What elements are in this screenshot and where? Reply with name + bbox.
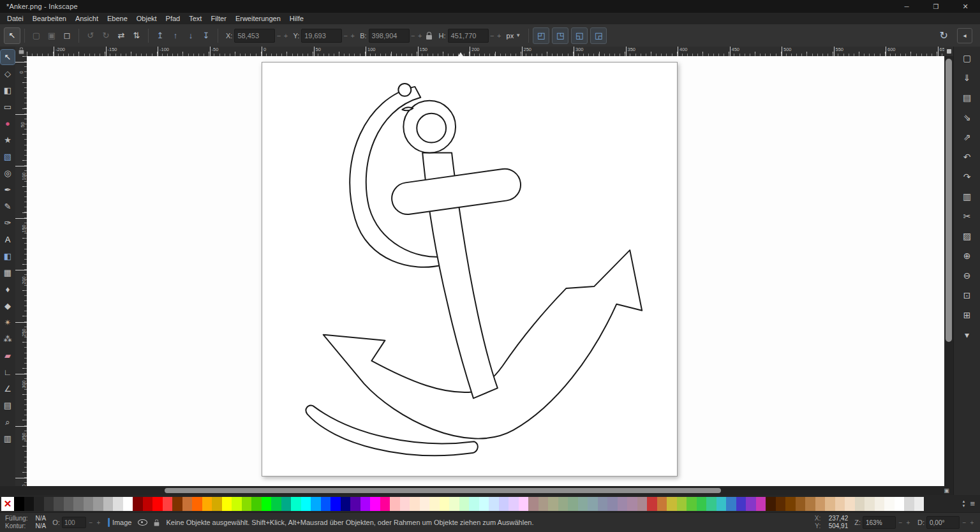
color-swatch[interactable] — [884, 497, 895, 511]
calligraphy-tool[interactable]: ✑ — [1, 216, 15, 230]
color-swatch[interactable] — [459, 497, 470, 511]
paste-button[interactable]: ▨ — [960, 231, 974, 240]
palette-scroll-up-icon[interactable]: ▲ — [961, 499, 965, 504]
color-swatch[interactable] — [429, 497, 440, 511]
pages-tool[interactable]: ▥ — [1, 431, 15, 446]
zoom-minus-stepper[interactable]: − — [898, 519, 903, 526]
color-swatch[interactable] — [212, 497, 222, 511]
lower-button[interactable]: ↓ — [183, 28, 198, 43]
color-swatch[interactable] — [776, 497, 786, 511]
x-plus-stepper[interactable]: + — [282, 32, 289, 40]
color-swatch[interactable] — [73, 497, 84, 511]
color-swatch[interactable] — [380, 497, 390, 511]
flip-horizontal-button[interactable]: ⇄ — [114, 28, 129, 43]
color-swatch[interactable] — [301, 497, 311, 511]
color-swatch[interactable] — [390, 497, 400, 511]
color-swatch[interactable] — [84, 497, 94, 511]
minimize-button[interactable]: ─ — [892, 0, 921, 13]
canvas-rotation-icon[interactable]: ↻ — [940, 29, 948, 41]
remove-color-swatch[interactable]: ✕ — [1, 497, 14, 511]
color-swatch[interactable] — [618, 497, 628, 511]
color-swatch[interactable] — [14, 497, 24, 511]
node-tool[interactable]: ◇ — [1, 66, 15, 81]
color-swatch[interactable] — [895, 497, 905, 511]
color-swatch[interactable] — [54, 497, 64, 511]
ruler-vertical[interactable]: 050100150200250300350400 — [15, 56, 27, 486]
copy-button[interactable]: ▥ — [960, 191, 974, 201]
ruler-corner[interactable] — [15, 47, 27, 56]
color-swatch[interactable] — [756, 497, 766, 511]
spray-tool[interactable]: ⁂ — [1, 332, 15, 346]
zoom-tool[interactable]: ⌕ — [1, 415, 15, 429]
x-minus-stepper[interactable]: − — [275, 32, 282, 40]
box3d-tool[interactable]: ▧ — [1, 149, 15, 164]
color-swatch[interactable] — [578, 497, 588, 511]
color-swatch[interactable] — [677, 497, 687, 511]
color-swatch[interactable] — [202, 497, 212, 511]
color-swatch[interactable] — [341, 497, 351, 511]
redo-button[interactable]: ↷ — [960, 172, 974, 181]
scrollbar-options-icon[interactable]: ▣ — [943, 487, 950, 494]
rectangle-tool[interactable]: ▭ — [1, 100, 15, 114]
width-field[interactable]: 398,904 — [369, 29, 410, 43]
color-swatch[interactable] — [657, 497, 667, 511]
y-plus-stepper[interactable]: + — [349, 32, 356, 40]
spiral-tool[interactable]: ◎ — [1, 166, 15, 181]
color-swatch[interactable] — [311, 497, 321, 511]
opacity-plus-stepper[interactable]: + — [96, 519, 101, 526]
move-gradients-toggle[interactable]: ◱ — [571, 27, 588, 44]
rotation-field[interactable]: 0,00° — [926, 516, 960, 529]
height-field[interactable]: 451,770 — [448, 29, 489, 43]
color-swatch[interactable] — [113, 497, 123, 511]
close-button[interactable]: ✕ — [951, 0, 980, 13]
color-swatch[interactable] — [133, 497, 143, 511]
active-tool-indicator[interactable]: ↖ — [4, 27, 20, 44]
current-layer-selector[interactable]: Image — [108, 518, 132, 527]
color-swatch[interactable] — [697, 497, 707, 511]
color-swatch[interactable] — [716, 497, 727, 511]
ruler-horizontal[interactable]: -200-150-100-500501001502002503003504004… — [27, 47, 944, 56]
print-button[interactable]: ▤ — [960, 92, 974, 102]
horizontal-scrollbar[interactable]: ▣ — [0, 486, 953, 495]
color-swatch[interactable] — [528, 497, 538, 511]
lock-ratio-toggle[interactable] — [424, 32, 435, 40]
color-swatch[interactable] — [667, 497, 677, 511]
move-patterns-toggle[interactable]: ◲ — [590, 27, 607, 44]
color-swatch[interactable] — [360, 497, 371, 511]
select-all-layers-button[interactable]: ▣ — [44, 28, 59, 43]
y-field[interactable]: 19,693 — [301, 29, 342, 43]
color-swatch[interactable] — [281, 497, 292, 511]
color-swatch[interactable] — [24, 497, 34, 511]
fill-stroke-indicator[interactable]: Füllung: N/A Kontur: N/A — [5, 515, 46, 530]
palette-scroll-down-icon[interactable]: ▼ — [961, 504, 965, 508]
color-swatch[interactable] — [766, 497, 776, 511]
color-swatch[interactable] — [865, 497, 875, 511]
color-swatch[interactable] — [152, 497, 163, 511]
select-all-button[interactable]: ▢ — [29, 28, 44, 43]
color-swatch[interactable] — [914, 497, 924, 511]
raise-button[interactable]: ↑ — [168, 28, 183, 43]
zoom-in-button[interactable]: ⊕ — [960, 251, 974, 260]
mesh-tool[interactable]: ▦ — [1, 265, 15, 280]
menu-item[interactable]: Objekt — [132, 13, 161, 24]
page-tool[interactable]: ▤ — [1, 398, 15, 413]
color-swatch[interactable] — [440, 497, 450, 511]
color-swatch[interactable] — [588, 497, 598, 511]
color-swatch[interactable] — [785, 497, 796, 511]
pencil-tool[interactable]: ✎ — [1, 199, 15, 214]
scroll-corner-button[interactable] — [944, 47, 953, 56]
color-swatch[interactable] — [321, 497, 331, 511]
raise-to-top-button[interactable]: ↥ — [152, 28, 168, 43]
save-button[interactable]: ⇓ — [960, 73, 974, 82]
palette-menu-icon[interactable]: ≡ — [970, 499, 975, 508]
menu-item[interactable]: Bearbeiten — [28, 13, 71, 24]
y-minus-stepper[interactable]: − — [342, 32, 349, 40]
bucket-tool[interactable]: ◆ — [1, 299, 15, 313]
color-swatch[interactable] — [805, 497, 815, 511]
color-swatch[interactable] — [143, 497, 153, 511]
new-document-button[interactable]: ▢ — [960, 53, 974, 63]
color-swatch[interactable] — [350, 497, 360, 511]
layer-lock-toggle[interactable] — [154, 519, 160, 526]
lower-to-bottom-button[interactable]: ↧ — [198, 28, 214, 43]
rotation-plus-stepper[interactable]: + — [969, 519, 975, 526]
